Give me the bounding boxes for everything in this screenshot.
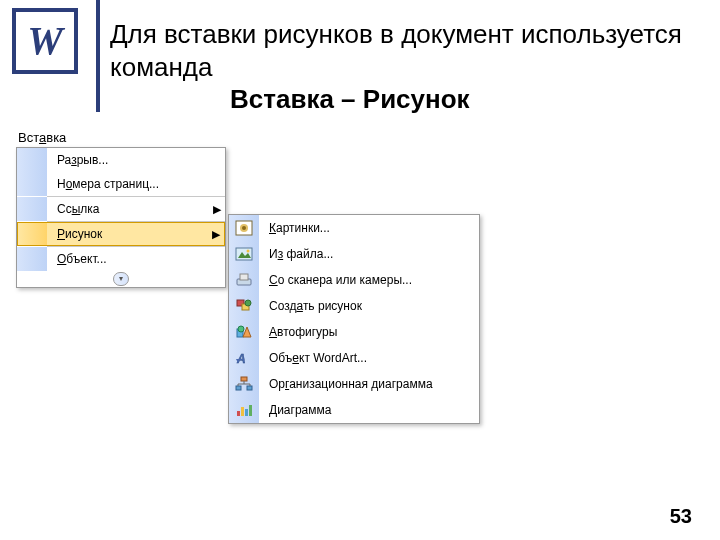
submenu-item-sozdat-risunok[interactable]: Создать рисунок	[229, 293, 479, 319]
t: О	[57, 252, 66, 266]
menu-item-label: Объект WordArt...	[259, 351, 479, 365]
t: А	[269, 325, 277, 339]
t: Ра	[57, 153, 71, 167]
menu-item-objekt[interactable]: Объект...	[17, 247, 225, 271]
menu-item-label: Диаграмма	[259, 403, 479, 417]
t: о сканера или камеры...	[278, 273, 412, 287]
menu-expand-chevron[interactable]: ▾	[17, 271, 225, 287]
org-chart-icon	[235, 376, 253, 392]
autoshapes-icon	[235, 324, 253, 340]
icon-strip	[17, 148, 47, 172]
new-drawing-icon	[235, 298, 253, 314]
menu-item-label: Ссылка	[47, 202, 209, 216]
t: рыв...	[77, 153, 109, 167]
heading-line1: Для вставки рисунков в документ использу…	[110, 19, 682, 82]
icon-strip: A	[229, 345, 259, 371]
submenu-item-iz-faila[interactable]: Из файла...	[229, 241, 479, 267]
svg-point-2	[242, 226, 246, 230]
submenu-item-wordart[interactable]: A Объект WordArt...	[229, 345, 479, 371]
icon-strip	[229, 397, 259, 423]
icon-strip	[229, 267, 259, 293]
menu-title[interactable]: Вставка	[16, 130, 226, 145]
svg-point-10	[245, 300, 251, 306]
svg-rect-25	[245, 409, 248, 416]
icon-strip	[229, 371, 259, 397]
svg-rect-17	[236, 386, 241, 390]
icon-strip	[229, 293, 259, 319]
insert-menu-area: Вставка Разрыв... Номера страниц... Ссыл…	[16, 130, 226, 288]
svg-rect-16	[241, 377, 247, 381]
t: Д	[269, 403, 277, 417]
t: Сс	[57, 202, 72, 216]
icon-strip	[17, 247, 47, 271]
t: лка	[80, 202, 99, 216]
scanner-icon	[235, 272, 253, 288]
icon-strip	[18, 223, 47, 245]
t: ы	[72, 202, 81, 216]
chevron-down-icon: ▾	[113, 272, 129, 286]
slide-heading: Для вставки рисунков в документ использу…	[110, 18, 690, 116]
menu-item-label: Объект...	[47, 252, 225, 266]
word-logo: W	[12, 8, 78, 74]
t: Н	[57, 177, 66, 191]
t: файла...	[283, 247, 333, 261]
t: С	[269, 273, 278, 287]
svg-rect-3	[236, 248, 252, 260]
svg-rect-23	[237, 411, 240, 416]
t: И	[269, 247, 278, 261]
submenu-item-org-diagramma[interactable]: Организационная диаграмма	[229, 371, 479, 397]
insert-menu-panel: Разрыв... Номера страниц... Ссылка ▶ Рис…	[16, 147, 226, 288]
t: ть рисунок	[303, 299, 362, 313]
submenu-item-kartinki[interactable]: Картинки...	[229, 215, 479, 241]
menu-title-pre: Вст	[18, 130, 39, 145]
menu-item-label: Создать рисунок	[259, 299, 479, 313]
t: анизационная диаграмма	[289, 377, 432, 391]
wordart-icon: A	[235, 350, 253, 366]
t: исунок	[65, 227, 102, 241]
submenu-arrow-icon: ▶	[209, 203, 225, 216]
menu-item-label: Рисунок	[47, 227, 208, 241]
t: Р	[57, 227, 65, 241]
menu-title-post: вка	[46, 130, 66, 145]
t: Ор	[269, 377, 285, 391]
menu-item-label: Автофигуры	[259, 325, 479, 339]
heading-command: Вставка – Рисунок	[110, 83, 690, 116]
from-file-icon	[235, 246, 253, 262]
clipart-icon	[235, 220, 253, 236]
t: Объ	[269, 351, 292, 365]
menu-item-label: Со сканера или камеры...	[259, 273, 479, 287]
svg-rect-18	[247, 386, 252, 390]
icon-strip	[17, 172, 47, 196]
submenu-item-diagramma[interactable]: Диаграмма	[229, 397, 479, 423]
menu-item-razryv[interactable]: Разрыв...	[17, 148, 225, 172]
t: К	[269, 221, 276, 235]
icon-strip	[229, 215, 259, 241]
icon-strip	[229, 241, 259, 267]
t: кт WordArt...	[299, 351, 367, 365]
t: Созд	[269, 299, 296, 313]
submenu-item-scanner[interactable]: Со сканера или камеры...	[229, 267, 479, 293]
submenu-arrow-icon: ▶	[208, 228, 224, 241]
t: бъект...	[66, 252, 106, 266]
submenu-item-avtofigury[interactable]: Автофигуры	[229, 319, 479, 345]
menu-item-risunok[interactable]: Рисунок ▶	[17, 222, 225, 246]
risunok-submenu-panel: Картинки... Из файла... Со сканера или к…	[228, 214, 480, 424]
menu-item-label: Из файла...	[259, 247, 479, 261]
vertical-rule	[96, 0, 100, 112]
svg-point-5	[247, 250, 250, 253]
menu-item-label: Картинки...	[259, 221, 479, 235]
svg-point-13	[238, 326, 244, 332]
svg-rect-24	[241, 407, 244, 416]
menu-item-label: Организационная диаграмма	[259, 377, 479, 391]
t: втофигуры	[277, 325, 337, 339]
chart-icon	[235, 402, 253, 418]
menu-item-label: Номера страниц...	[47, 177, 225, 191]
menu-item-ssylka[interactable]: Ссылка ▶	[17, 197, 225, 221]
menu-item-nomera-stranits[interactable]: Номера страниц...	[17, 172, 225, 196]
t: е	[292, 351, 299, 365]
icon-strip	[229, 319, 259, 345]
word-logo-letter: W	[27, 21, 63, 61]
t: мера страниц...	[72, 177, 159, 191]
page-number: 53	[670, 505, 692, 528]
t: артинки...	[276, 221, 330, 235]
